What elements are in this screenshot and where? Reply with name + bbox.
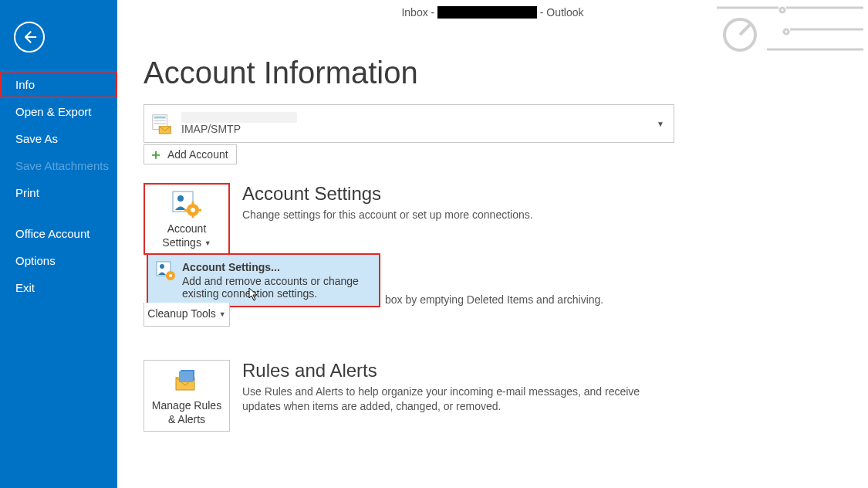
svg-point-16 (169, 274, 172, 277)
rules-alerts-icon (171, 367, 202, 395)
sidebar-item-save-as[interactable]: Save As (0, 125, 117, 152)
manage-rules-tile[interactable]: Manage Rules & Alerts (144, 360, 230, 432)
cleanup-tools-tile[interactable]: Cleanup Tools ▼ (144, 303, 230, 327)
back-button[interactable] (14, 22, 45, 53)
svg-point-6 (177, 195, 184, 202)
backstage-sidebar: Info Open & Export Save As Save Attachme… (0, 0, 117, 488)
account-settings-icon (171, 190, 202, 218)
sidebar-item-info[interactable]: Info (0, 71, 117, 98)
plus-icon: ＋ (149, 149, 163, 160)
sidebar-item-save-attachments: Save Attachments (0, 152, 117, 179)
add-account-button[interactable]: ＋ Add Account (144, 144, 237, 164)
account-settings-menu-title: Account Settings... (182, 261, 371, 273)
svg-point-8 (191, 208, 195, 212)
chevron-down-icon: ▼ (219, 310, 226, 318)
sidebar-item-office-account[interactable]: Office Account (0, 220, 117, 247)
sidebar-item-exit[interactable]: Exit (0, 274, 117, 301)
sidebar-item-options[interactable]: Options (0, 247, 117, 274)
dropdown-caret-icon: ▼ (657, 120, 664, 128)
back-arrow-icon (22, 29, 37, 45)
account-settings-heading: Account Settings (242, 183, 533, 205)
rules-alerts-desc: Use Rules and Alerts to help organize yo… (242, 385, 659, 414)
svg-rect-3 (154, 120, 166, 121)
cleanup-desc-visible-tail: box by emptying Deleted Items and archiv… (385, 293, 603, 306)
account-settings-menu-desc: Add and remove accounts or change existi… (182, 275, 371, 300)
svg-rect-2 (154, 117, 166, 119)
decorative-lines-icon (717, 2, 863, 56)
rules-alerts-heading: Rules and Alerts (242, 360, 659, 381)
main-pane: Inbox - user@example.com - Outlook Accou… (117, 0, 868, 488)
svg-rect-4 (154, 123, 166, 124)
chevron-down-icon: ▼ (204, 239, 211, 247)
account-selector[interactable]: IMAP/SMTP ▼ (144, 104, 674, 143)
account-mail-icon (150, 110, 174, 137)
account-name-redacted (181, 112, 297, 123)
account-settings-menu-icon (156, 261, 176, 281)
account-settings-menu-item[interactable]: Account Settings... Add and remove accou… (147, 253, 380, 307)
account-email-redacted: user@example.com (437, 6, 537, 19)
sidebar-item-print[interactable]: Print (0, 179, 117, 206)
svg-point-14 (160, 264, 164, 269)
svg-rect-19 (179, 371, 193, 382)
account-settings-desc: Change settings for this account or set … (242, 208, 533, 222)
sidebar-item-open-export[interactable]: Open & Export (0, 98, 117, 125)
page-title: Account Information (144, 56, 853, 90)
account-protocol: IMAP/SMTP (181, 123, 297, 135)
account-settings-tile[interactable]: Account Settings ▼ (144, 183, 230, 255)
